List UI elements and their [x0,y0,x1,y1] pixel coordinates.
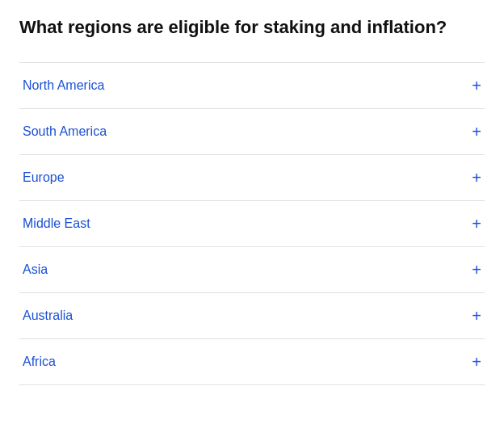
accordion-item-australia[interactable]: Australia+ [19,293,485,339]
accordion-item-asia[interactable]: Asia+ [19,247,485,293]
accordion-item-europe[interactable]: Europe+ [19,155,485,201]
accordion-list: North America+South America+Europe+Middl… [19,62,485,385]
accordion-expand-icon-africa[interactable]: + [472,354,481,370]
accordion-label-middle-east: Middle East [23,216,90,231]
accordion-label-africa: Africa [23,355,56,369]
accordion-expand-icon-australia[interactable]: + [472,308,481,324]
accordion-expand-icon-europe[interactable]: + [472,170,481,186]
accordion-label-australia: Australia [23,309,73,323]
accordion-label-south-america: South America [23,124,107,139]
accordion-label-asia: Asia [23,262,48,277]
accordion-expand-icon-middle-east[interactable]: + [472,216,481,232]
accordion-expand-icon-asia[interactable]: + [472,262,481,278]
accordion-item-africa[interactable]: Africa+ [19,339,485,385]
accordion-expand-icon-south-america[interactable]: + [472,124,481,140]
page-title: What regions are eligible for staking an… [19,16,485,40]
accordion-item-south-america[interactable]: South America+ [19,109,485,155]
accordion-item-north-america[interactable]: North America+ [19,63,485,109]
accordion-label-north-america: North America [23,78,104,93]
accordion-label-europe: Europe [23,170,65,185]
accordion-expand-icon-north-america[interactable]: + [472,78,481,94]
accordion-item-middle-east[interactable]: Middle East+ [19,201,485,247]
